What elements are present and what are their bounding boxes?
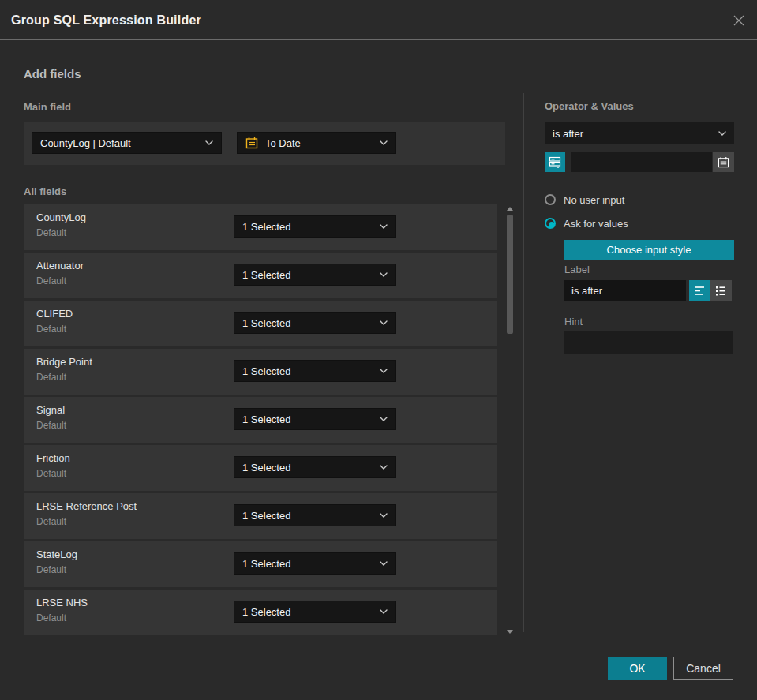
- text-input-style-button[interactable]: [689, 280, 710, 301]
- main-field-select-value: CountyLog | Default: [40, 137, 200, 149]
- field-selection-value: 1 Selected: [242, 365, 375, 377]
- field-row: Bridge Point Default 1 Selected: [24, 349, 497, 395]
- field-name: StateLog: [36, 548, 77, 560]
- field-type: Default: [36, 275, 66, 286]
- field-selection-value: 1 Selected: [242, 510, 375, 522]
- field-name: Signal: [36, 404, 65, 416]
- main-field-select[interactable]: CountyLog | Default: [32, 132, 222, 154]
- field-selection-select[interactable]: 1 Selected: [234, 408, 396, 430]
- field-row: CLIFED Default 1 Selected: [24, 301, 497, 346]
- list-icon: [715, 286, 727, 296]
- list-input-style-button[interactable]: [710, 280, 732, 301]
- cancel-button[interactable]: Cancel: [673, 657, 733, 680]
- radio-label: No user input: [564, 194, 624, 206]
- chevron-down-icon: [718, 131, 726, 136]
- operator-select[interactable]: is after: [545, 122, 734, 144]
- operator-values-heading: Operator & Values: [545, 100, 634, 112]
- radio-label: Ask for values: [564, 218, 628, 230]
- field-type: Default: [36, 372, 66, 383]
- chevron-down-icon: [380, 465, 388, 470]
- radio-no-user-input[interactable]: No user input: [545, 193, 624, 207]
- main-field-panel: CountyLog | Default To Date: [24, 122, 505, 165]
- date-picker-button[interactable]: [713, 152, 734, 172]
- label-input[interactable]: [564, 280, 686, 301]
- field-type: Default: [36, 324, 66, 335]
- field-selection-value: 1 Selected: [242, 221, 375, 233]
- date-field-select-value: To Date: [265, 137, 375, 149]
- field-type: Default: [36, 564, 66, 575]
- label-field-label: Label: [564, 264, 590, 275]
- ok-button[interactable]: OK: [608, 657, 667, 680]
- all-fields-label: All fields: [24, 185, 66, 197]
- value-input[interactable]: [571, 152, 712, 172]
- radio-ask-for-values[interactable]: Ask for values: [545, 216, 628, 230]
- value-input-row: [545, 152, 734, 172]
- field-type: Default: [36, 612, 66, 623]
- chevron-down-icon: [380, 513, 388, 518]
- field-selection-value: 1 Selected: [242, 269, 375, 281]
- calendar-icon: [245, 137, 258, 149]
- field-row: Attenuator Default 1 Selected: [24, 253, 497, 298]
- scrollbar-thumb[interactable]: [507, 215, 513, 334]
- chevron-down-icon: [380, 272, 388, 277]
- field-selection-select[interactable]: 1 Selected: [234, 456, 396, 478]
- scroll-down-arrow-icon[interactable]: [507, 630, 513, 634]
- all-fields-list: CountyLog Default 1 Selected Attenuator …: [24, 204, 497, 638]
- field-selection-value: 1 Selected: [242, 462, 375, 474]
- field-selection-value: 1 Selected: [242, 558, 375, 570]
- field-name: LRSE Reference Post: [36, 500, 137, 512]
- scroll-up-arrow-icon[interactable]: [507, 207, 513, 211]
- field-row: Friction Default 1 Selected: [24, 445, 497, 491]
- field-row: CountyLog Default 1 Selected: [24, 204, 497, 250]
- choose-input-style-button[interactable]: Choose input style: [564, 240, 734, 260]
- field-row: StateLog Default 1 Selected: [24, 541, 497, 587]
- field-selection-select[interactable]: 1 Selected: [234, 601, 396, 623]
- chevron-down-icon: [380, 561, 388, 566]
- unique-values-button[interactable]: [545, 152, 565, 172]
- field-type: Default: [36, 516, 66, 527]
- operator-select-value: is after: [553, 128, 714, 140]
- chevron-down-icon: [380, 140, 388, 145]
- field-selection-value: 1 Selected: [242, 606, 375, 618]
- field-selection-select[interactable]: 1 Selected: [234, 312, 396, 334]
- field-name: LRSE NHS: [36, 597, 88, 608]
- field-selection-select[interactable]: 1 Selected: [234, 552, 396, 575]
- chevron-down-icon: [380, 609, 388, 614]
- field-type: Default: [36, 468, 66, 479]
- field-name: Friction: [36, 452, 70, 464]
- dialog-title: Group SQL Expression Builder: [11, 0, 201, 40]
- add-fields-heading: Add fields: [24, 67, 81, 80]
- unique-values-icon: [549, 155, 561, 168]
- calendar-icon: [718, 156, 729, 168]
- field-selection-select[interactable]: 1 Selected: [234, 215, 396, 238]
- field-name: CLIFED: [36, 308, 73, 320]
- field-row: LRSE Reference Post Default 1 Selected: [24, 493, 497, 539]
- radio-icon: [545, 218, 556, 229]
- field-type: Default: [36, 227, 66, 238]
- field-name: Bridge Point: [36, 356, 92, 368]
- field-selection-select[interactable]: 1 Selected: [234, 264, 396, 286]
- hint-input[interactable]: [564, 331, 733, 354]
- chevron-down-icon: [380, 369, 388, 373]
- close-icon[interactable]: [732, 13, 746, 28]
- field-selection-select[interactable]: 1 Selected: [234, 504, 396, 526]
- field-selection-select[interactable]: 1 Selected: [234, 360, 396, 382]
- align-left-icon: [694, 286, 706, 296]
- chevron-down-icon: [380, 320, 388, 325]
- field-selection-value: 1 Selected: [242, 317, 375, 329]
- chevron-down-icon: [380, 417, 388, 421]
- field-name: Attenuator: [36, 260, 84, 271]
- field-row: Signal Default 1 Selected: [24, 397, 497, 443]
- field-name: CountyLog: [36, 211, 86, 223]
- titlebar: Group SQL Expression Builder: [0, 0, 757, 40]
- date-field-select[interactable]: To Date: [237, 132, 396, 154]
- radio-icon: [545, 194, 556, 205]
- panel-divider: [523, 93, 524, 632]
- list-scrollbar: [504, 204, 515, 635]
- main-field-label: Main field: [24, 101, 71, 113]
- chevron-down-icon: [380, 224, 388, 229]
- field-type: Default: [36, 420, 66, 431]
- group-sql-expression-builder-dialog: Group SQL Expression Builder Add fields …: [0, 0, 757, 700]
- field-selection-value: 1 Selected: [242, 414, 375, 425]
- hint-field-label: Hint: [564, 316, 583, 328]
